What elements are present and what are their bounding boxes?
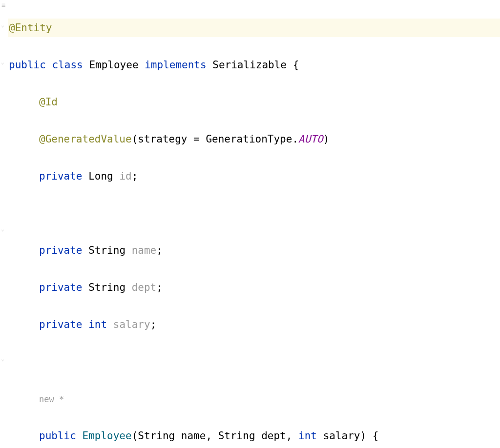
paren: (	[132, 133, 138, 145]
inlay-hint: new *	[39, 394, 64, 404]
params: (String name, String dept,	[132, 430, 298, 442]
fold-toggle-icon[interactable]: ⌄	[1, 226, 4, 232]
semicolon: ;	[156, 244, 163, 256]
semicolon: ;	[156, 282, 163, 293]
code-area[interactable]: @Entity public class Employee implements…	[8, 0, 500, 448]
field-name: dept	[132, 282, 157, 293]
keyword: public	[9, 59, 46, 71]
code-line[interactable]: @GeneratedValue(strategy = GenerationTyp…	[8, 130, 500, 148]
gutter: ≡ ⌄ ⌄ ⌄ ⌄	[0, 0, 8, 448]
code-line[interactable]: new *	[8, 389, 500, 408]
code-editor[interactable]: ≡ ⌄ ⌄ ⌄ ⌄ @Entity public class Employee …	[0, 0, 500, 448]
class-name: Employee	[89, 59, 138, 71]
keyword: private	[39, 170, 83, 182]
constructor-name: Employee	[83, 430, 132, 442]
type-ref: GenerationType	[206, 133, 292, 145]
code-line[interactable]	[8, 352, 500, 371]
field-name: id	[119, 170, 131, 182]
keyword: int	[298, 430, 317, 442]
keyword: class	[52, 59, 83, 71]
code-line[interactable]: private int salary;	[8, 315, 500, 334]
code-line[interactable]	[8, 204, 500, 223]
code-line[interactable]: private String name;	[8, 241, 500, 260]
brace: {	[287, 59, 299, 71]
type: int	[88, 319, 107, 330]
annotation: @Entity	[9, 22, 52, 34]
keyword: private	[39, 244, 83, 256]
enum-constant: AUTO	[298, 133, 323, 145]
code-line[interactable]: @Entity	[8, 19, 500, 37]
type: String	[88, 244, 125, 256]
param-name: strategy	[138, 133, 187, 145]
code-line[interactable]: public Employee(String name, String dept…	[8, 427, 500, 445]
fold-toggle-icon[interactable]: ⌄	[1, 356, 4, 362]
semicolon: ;	[132, 170, 138, 182]
code-line[interactable]: public class Employee implements Seriali…	[8, 56, 500, 74]
keyword: private	[39, 282, 83, 293]
keyword: public	[39, 430, 76, 442]
fold-toggle-icon[interactable]: ⌄	[1, 22, 4, 28]
fold-toggle-icon[interactable]: ⌄	[1, 60, 4, 65]
type: Long	[88, 170, 113, 182]
blank	[9, 207, 15, 219]
params: salary) {	[317, 430, 378, 442]
annotation: @Id	[39, 96, 58, 108]
field-name: salary	[113, 319, 150, 330]
intention-bulb-icon[interactable]: ≡	[1, 1, 5, 9]
semicolon: ;	[150, 319, 157, 330]
paren: )	[323, 133, 330, 145]
field-name: name	[132, 244, 157, 256]
keyword: private	[39, 319, 83, 330]
code-line[interactable]: @Id	[8, 93, 500, 111]
blank	[9, 356, 15, 367]
operator: =	[187, 133, 206, 145]
code-line[interactable]: private String dept;	[8, 278, 500, 297]
type: String	[88, 282, 125, 293]
keyword: implements	[145, 59, 206, 71]
dot: .	[292, 133, 298, 145]
annotation: @GeneratedValue	[39, 133, 132, 145]
interface-name: Serializable	[212, 59, 287, 71]
code-line[interactable]: private Long id;	[8, 167, 500, 185]
